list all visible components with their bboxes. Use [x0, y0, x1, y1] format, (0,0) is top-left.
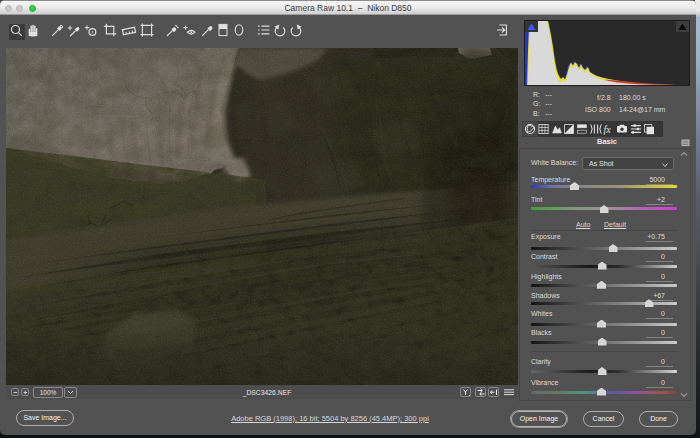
svg-text:fx: fx	[604, 124, 612, 135]
